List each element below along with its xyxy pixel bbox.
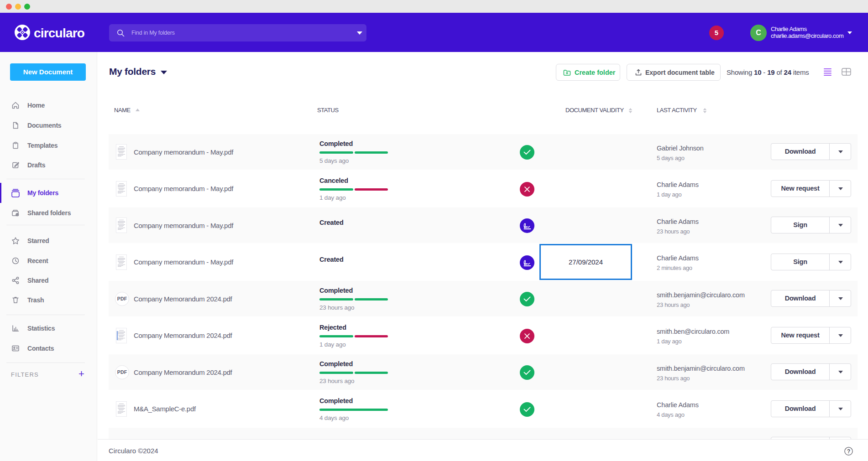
svg-text:?: ? <box>847 448 850 455</box>
